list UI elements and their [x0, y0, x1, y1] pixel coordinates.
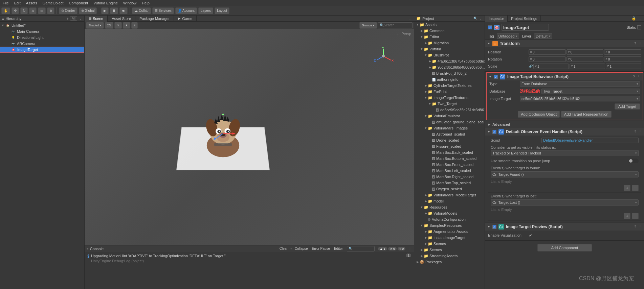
- tree-marsbox-bottom[interactable]: 🖼 MarsBox.Bottom_scaled: [414, 155, 485, 162]
- add-target-btn[interactable]: Add Target: [615, 103, 640, 110]
- rotation-y[interactable]: Y 0: [567, 56, 604, 62]
- scene-more-btn[interactable]: ⋮: [408, 16, 412, 21]
- itp-active-checkbox[interactable]: [492, 225, 496, 229]
- scene-search-input[interactable]: [384, 23, 411, 27]
- scale-x[interactable]: X 1: [533, 64, 569, 69]
- hierarchy-item-untitled[interactable]: ▼ 🏠 Untitled*: [0, 22, 84, 28]
- console-clear-btn[interactable]: Clear: [278, 246, 289, 251]
- tree-common[interactable]: ▶ 📁 Transform Common: [414, 28, 485, 34]
- tree-marsbox-top[interactable]: 🖼 MarsBox.Top_scaled: [414, 180, 485, 186]
- step-btn[interactable]: ⏭: [119, 7, 128, 14]
- tab-inspector[interactable]: Inspector: [485, 16, 508, 22]
- tree-astronaut[interactable]: 🖼 Astronaut_scaled: [414, 131, 485, 137]
- tree-vuforia-emu[interactable]: ▼ 📁 VuforiaEmulator: [414, 113, 485, 119]
- menu-component[interactable]: Component: [66, 1, 91, 5]
- tree-model[interactable]: ▶ 📁 model: [414, 198, 485, 204]
- events-lost-remove-btn[interactable]: −: [632, 213, 639, 219]
- scale-link-icon[interactable]: 🔗: [529, 64, 533, 69]
- itp-header[interactable]: ▼ C# Image Target Preview (Script) ? ⋮: [485, 223, 644, 231]
- move-tool[interactable]: ✛: [12, 7, 19, 14]
- tree-instant-image[interactable]: ▶ 📁 InstantImageTarget: [414, 235, 485, 241]
- tree-resources[interactable]: ▼ 📁 Resources: [414, 204, 485, 210]
- scale-tool[interactable]: ⇲: [29, 7, 37, 14]
- tree-marsbox-front[interactable]: 🖼 MarsBox.Front_scaled: [414, 162, 485, 168]
- scene-fx-btn[interactable]: ✦: [123, 22, 130, 29]
- tree-imagetarget-tex[interactable]: ▼ 📁 ImageTargetTextures: [414, 95, 485, 101]
- tree-brushpot-bt00[interactable]: 🖼 BrushPot_BT00_2: [414, 70, 485, 76]
- position-y[interactable]: Y 0: [567, 49, 604, 55]
- hand-tool[interactable]: ✋: [1, 7, 10, 14]
- layers-btn[interactable]: Layers: [198, 7, 213, 14]
- services-btn[interactable]: ☰ Services: [152, 7, 174, 14]
- tree-emulator-ground[interactable]: 🖼 emulator_ground_plane_scal...: [414, 119, 485, 125]
- advanced-header[interactable]: ▶ Advanced: [485, 121, 644, 128]
- menu-edit[interactable]: Edit: [12, 1, 23, 5]
- console-search-input[interactable]: [353, 247, 373, 250]
- account-btn[interactable]: 👤 Account: [175, 7, 197, 14]
- transform-help-icon[interactable]: ?: [634, 42, 636, 46]
- itb-active-checkbox[interactable]: [494, 75, 498, 79]
- transform-header[interactable]: ▼ ↔ Transform ? ⋮: [485, 40, 644, 47]
- tree-scenes-sub[interactable]: ▶ 📁 Scenes: [414, 241, 485, 247]
- tree-streaming-assets[interactable]: ▶ 📁 StreamingAssets: [414, 253, 485, 259]
- scale-y[interactable]: Y 1: [570, 64, 605, 69]
- tab-scene[interactable]: ⊞ Scene: [85, 16, 108, 22]
- tree-fissure[interactable]: 🖼 Fissure_scaled: [414, 143, 485, 149]
- console-error-pause-btn[interactable]: Error Pause: [311, 246, 331, 251]
- static-checkbox[interactable]: [637, 25, 641, 29]
- oeh-header[interactable]: ▼ C# Default Observer Event Handler (Scr…: [485, 128, 644, 136]
- oeh-active-checkbox[interactable]: [492, 130, 496, 134]
- menu-help[interactable]: Help: [139, 1, 152, 5]
- scene-shading-btn[interactable]: Shaded ▾: [86, 22, 104, 29]
- tag-dropdown[interactable]: Untagged ▾: [497, 33, 519, 39]
- oeh-more-icon[interactable]: ⋮: [638, 130, 642, 134]
- add-representation-btn[interactable]: Add Target Representation: [561, 111, 612, 118]
- add-occlusion-btn[interactable]: Add Occlusion Object: [518, 111, 560, 118]
- status-dropdown[interactable]: Tracked or Extended Tracked ▾: [491, 150, 639, 156]
- tab-asset-store[interactable]: Asset Store: [108, 16, 135, 22]
- tree-drone[interactable]: 🖼 Drone_scaled: [414, 137, 485, 143]
- tree-scenes[interactable]: ▶ 📁 Scenes: [414, 247, 485, 253]
- hierarchy-more-btn[interactable]: ⋮: [79, 16, 82, 21]
- tab-project-settings[interactable]: Project Settings: [508, 16, 541, 22]
- image-target-dropdown[interactable]: de5cc9f9dc35d251dc3d86132ceb5102 ▾: [520, 96, 640, 101]
- tree-migration[interactable]: ▶ 📁 Migration: [414, 40, 485, 46]
- tree-marsbox-left[interactable]: 🖼 MarsBox.Left_scaled: [414, 168, 485, 174]
- tree-vuforia[interactable]: ▼ 📁 Vuforia: [414, 46, 485, 52]
- hierarchy-all-label[interactable]: All: [70, 16, 77, 21]
- events-found-remove-btn[interactable]: −: [632, 185, 639, 191]
- scene-2d-btn[interactable]: 2D: [105, 22, 114, 29]
- object-active-checkbox[interactable]: [488, 25, 492, 29]
- tree-marsbox-back[interactable]: 🖼 MarsBox.Back_scaled: [414, 149, 485, 155]
- itb-help-icon[interactable]: ?: [633, 75, 635, 79]
- menu-gameobject[interactable]: GameObject: [40, 1, 66, 5]
- tree-aug-assets[interactable]: ▶ 📁 AugmentationAssets: [414, 228, 485, 235]
- tree-authoring[interactable]: 📄 authoringinfo: [414, 76, 485, 82]
- tree-cylinder[interactable]: ▶ 📁 CylinderTargetTextures: [414, 82, 485, 89]
- menu-file[interactable]: File: [0, 1, 12, 5]
- object-name-input[interactable]: [502, 24, 549, 31]
- console-editor-btn[interactable]: Editor: [333, 246, 344, 251]
- tree-de5cc[interactable]: 🖼 de5cc9f9dc35d251dc3d861...: [414, 107, 485, 113]
- pause-btn[interactable]: ⏸: [110, 7, 118, 14]
- tree-brushpot[interactable]: ▼ 📁 BrushPot: [414, 52, 485, 58]
- add-component-btn[interactable]: Add Component: [537, 244, 592, 251]
- database-dropdown[interactable]: Two_Target ▾: [541, 89, 640, 94]
- scale-z[interactable]: Z 1: [606, 64, 641, 69]
- itb-header[interactable]: ▼ C# Image Target Behaviour (Script) ? ⋮: [487, 73, 643, 80]
- rotation-x[interactable]: X 0: [529, 56, 566, 62]
- pivot-btn[interactable]: ⊙ Center: [59, 7, 77, 14]
- transform-more-icon[interactable]: ⋮: [638, 42, 642, 46]
- scene-gizmos-btn[interactable]: Gizmos ▾: [359, 22, 377, 29]
- tree-item-assets[interactable]: ▼ 📁 Assets: [414, 22, 485, 28]
- rotation-z[interactable]: Z 0: [604, 56, 641, 62]
- project-more-btn[interactable]: ⋮: [479, 16, 483, 21]
- console-message-row[interactable]: ℹ Upgrading MotionHint 'ADAPTIVE' to Tra…: [86, 253, 413, 265]
- events-lost-type-dropdown[interactable]: On Target Lost () ▾: [491, 199, 639, 206]
- rect-tool[interactable]: ▭: [38, 7, 46, 14]
- tree-forprint[interactable]: ▶ 📁 ForPrint: [414, 89, 485, 95]
- itp-help-icon[interactable]: ?: [634, 225, 636, 229]
- tree-mars-images[interactable]: ▼ 📁 VuforiaMars_Images: [414, 125, 485, 131]
- menu-vuforia[interactable]: Vuforia Engine: [91, 1, 120, 5]
- inspector-lock-icon[interactable]: 🔒: [631, 16, 636, 21]
